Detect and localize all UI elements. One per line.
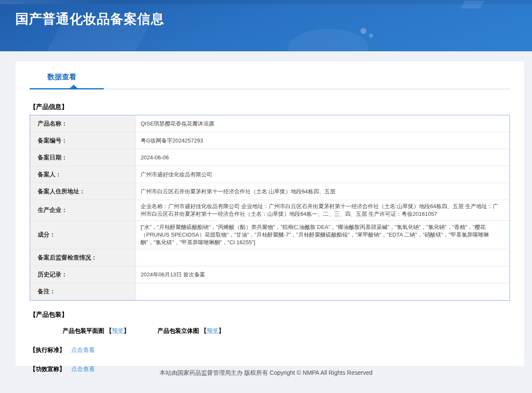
- table-row-remarks: 备注：: [30, 283, 510, 300]
- row-label: 备案编号：: [30, 132, 136, 149]
- packaging-section-title: 【产品包装】: [30, 311, 510, 319]
- row-value: 广州市白云区石井街夏茅村第十一经济合作社（土名:山草拢）地段64栋四、五层: [136, 183, 510, 200]
- bracket-open: 【: [106, 327, 112, 334]
- packaging-stereo-label: 产品包装立体图: [158, 327, 199, 334]
- table-row-registration-date: 备案日期： 2024-06-06: [30, 149, 510, 166]
- tab-active-underline: [30, 88, 104, 89]
- table-row-registration-number: 备案编号： 粤G妆网备字2024257293: [30, 132, 510, 149]
- bracket-open: 【: [201, 327, 207, 334]
- row-value: [136, 283, 510, 300]
- tab-bar: 数据查看: [30, 61, 510, 89]
- product-info-table: 产品名称： QISE琪瑟樱花香氛花瓣沐浴露 备案编号： 粤G妆网备字202425…: [30, 115, 510, 301]
- row-label: 产品名称：: [30, 115, 136, 132]
- header-decorative-polygon: [41, 25, 150, 51]
- header-decorative-circle: [369, 33, 373, 38]
- table-row-manufacturer: 生产企业： 企业名称：广州市盛好佳化妆品有限公司 企业地址：广州市白云区石井街夏…: [30, 200, 510, 221]
- execution-standard-label: 【执行标准】: [30, 346, 65, 353]
- packaging-flat-preview-link[interactable]: 预览: [112, 327, 124, 334]
- row-label: 备案人住所地址：: [30, 183, 136, 200]
- table-row-registrant: 备案人： 广州市盛好佳化妆品有限公司: [30, 166, 510, 183]
- row-value: 2024年06月13日 首次备案: [136, 266, 510, 283]
- bracket-close: 】: [124, 327, 130, 334]
- packaging-row: 产品包装平面图 【预览】 产品包装立体图 【预览】: [63, 327, 510, 335]
- row-label: 备注：: [30, 283, 136, 300]
- row-label: 备案日期：: [30, 149, 136, 166]
- row-value: 粤G妆网备字2024257293: [136, 132, 510, 149]
- table-row-registrant-address: 备案人住所地址： 广州市白云区石井街夏茅村第十一经济合作社（土名:山草拢）地段6…: [30, 183, 510, 200]
- content-card: 数据查看 【产品信息】 产品名称： QISE琪瑟樱花香氛花瓣沐浴露 备案编号： …: [16, 61, 524, 366]
- product-info-section-title: 【产品信息】: [30, 103, 510, 111]
- header-decorative-blob: [288, 29, 369, 51]
- row-value: ["水"，"月桂醇聚醚硫酸酯钠"，"丙烯酸（酯）类共聚物"，"棕榈仁油酰胺 DE…: [136, 221, 510, 249]
- execution-standard-row: 【执行标准】点击查看: [30, 346, 510, 354]
- row-value: 企业名称：广州市盛好佳化妆品有限公司 企业地址：广州市白云区石井街夏茅村第十一经…: [136, 200, 510, 220]
- row-label: 生产企业：: [30, 200, 136, 220]
- header-decorative-parallelogram: [460, 1, 484, 8]
- table-row-product-name: 产品名称： QISE琪瑟樱花香氛花瓣沐浴露: [30, 115, 510, 132]
- page-title: 国产普通化妆品备案信息: [15, 10, 164, 28]
- bracket-close: 】: [219, 327, 224, 334]
- row-value: QISE琪瑟樱花香氛花瓣沐浴露: [136, 115, 510, 132]
- page-header: 国产普通化妆品备案信息: [0, 0, 532, 51]
- row-label: 历史记录：: [30, 266, 136, 283]
- row-label: 备案人：: [30, 166, 136, 183]
- row-label: 备案后监督检查情况：: [30, 249, 136, 266]
- tab-active-caret-icon: [70, 85, 78, 88]
- row-value: [136, 249, 510, 266]
- table-row-post-supervision: 备案后监督检查情况：: [30, 249, 510, 266]
- row-label: 成分：: [30, 221, 136, 249]
- table-row-ingredients: 成分： ["水"，"月桂醇聚醚硫酸酯钠"，"丙烯酸（酯）类共聚物"，"棕榈仁油酰…: [30, 221, 510, 249]
- execution-standard-view-link[interactable]: 点击查看: [71, 346, 95, 353]
- row-value: 广州市盛好佳化妆品有限公司: [136, 166, 510, 183]
- table-row-history: 历史记录： 2024年06月13日 首次备案: [30, 266, 510, 283]
- packaging-flat-label: 产品包装平面图: [63, 327, 104, 334]
- page-footer: 本站由国家药品监督管理局主办 版权所有 Copyright © NMPA All…: [0, 369, 532, 377]
- packaging-stereo-preview-link[interactable]: 预览: [207, 327, 219, 334]
- packaging-flat-item: 产品包装平面图 【预览】: [63, 327, 131, 334]
- tab-data-view[interactable]: 数据查看: [47, 72, 76, 82]
- header-decorative-circle: [360, 28, 366, 34]
- packaging-stereo-item: 产品包装立体图 【预览】: [158, 327, 224, 334]
- row-value: 2024-06-06: [136, 149, 510, 166]
